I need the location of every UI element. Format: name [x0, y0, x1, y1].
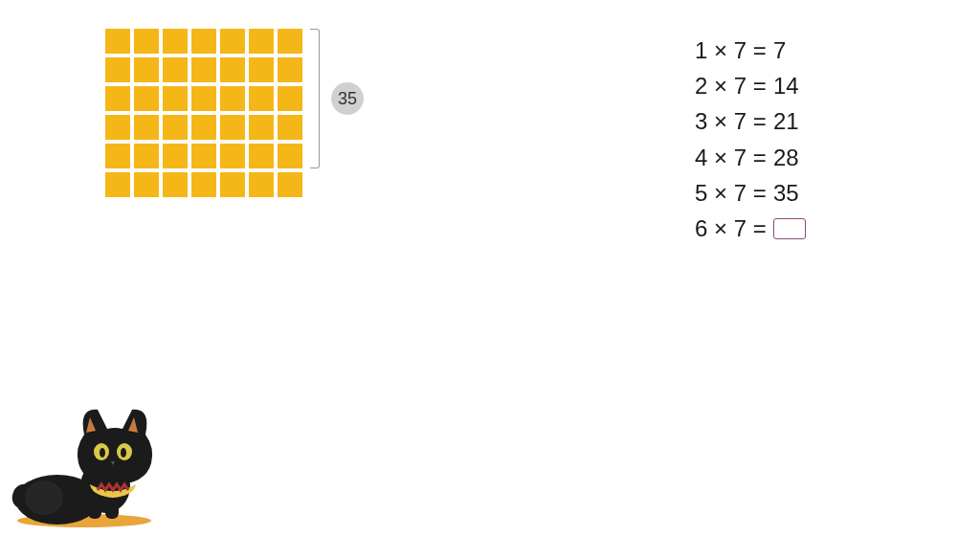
grid-cell [134, 115, 159, 140]
grid-cell [249, 144, 274, 168]
equation-rhs: 7 [773, 33, 786, 68]
bracket-count-badge: 35 [331, 82, 364, 115]
grid-cell [278, 172, 302, 197]
grid-cell [134, 29, 159, 54]
equation-rhs: 28 [773, 140, 799, 175]
equation-rhs: 14 [773, 68, 799, 103]
grid-cell [249, 57, 274, 82]
grid-cell [191, 115, 216, 140]
equation-row: 2 × 7 =14 [695, 68, 806, 103]
grid-cell [278, 144, 302, 168]
grid-cell [105, 57, 130, 82]
grid-cell [134, 144, 159, 168]
equation-rhs: 35 [773, 175, 799, 211]
grid-cell [220, 172, 245, 197]
grid-cell [134, 172, 159, 197]
equation-row: 5 × 7 =35 [695, 175, 806, 211]
equation-lhs: 6 × 7 = [695, 211, 767, 246]
grid-cell [191, 29, 216, 54]
grid-cell [163, 57, 188, 82]
grid-cell [191, 57, 216, 82]
grid-cell [249, 29, 274, 54]
grid-cell [249, 115, 274, 140]
grid-cell [134, 86, 159, 111]
equation-lhs: 1 × 7 = [695, 33, 767, 68]
grid-cell [220, 86, 245, 111]
grid-cell [249, 172, 274, 197]
grid-cell [191, 172, 216, 197]
grid-cell [191, 86, 216, 111]
equation-row: 3 × 7 =21 [695, 103, 806, 139]
equation-rhs: 21 [773, 103, 799, 139]
grid-cell [220, 115, 245, 140]
grid-cell [278, 86, 302, 111]
grid-cell [105, 144, 130, 168]
grid-cell [191, 144, 216, 168]
grid-cell [249, 86, 274, 111]
equation-lhs: 4 × 7 = [695, 140, 767, 175]
row-bracket [310, 29, 320, 168]
grid-cell [220, 29, 245, 54]
equation-row: 6 × 7 = [695, 211, 806, 246]
grid-cell [220, 57, 245, 82]
square-grid [105, 29, 302, 197]
grid-cell [105, 86, 130, 111]
grid-cell [163, 86, 188, 111]
equation-lhs: 2 × 7 = [695, 68, 767, 103]
svg-point-9 [121, 448, 126, 458]
grid-cell [220, 144, 245, 168]
grid-cell [105, 29, 130, 54]
svg-point-8 [100, 448, 105, 458]
grid-cell [278, 115, 302, 140]
grid-cell [163, 144, 188, 168]
answer-input[interactable] [773, 218, 806, 239]
cat-mascot [10, 404, 163, 528]
array-model: 35 [105, 29, 364, 197]
svg-point-2 [25, 480, 63, 515]
grid-cell [105, 172, 130, 197]
grid-cell [163, 115, 188, 140]
grid-cell [278, 57, 302, 82]
equation-lhs: 5 × 7 = [695, 175, 767, 211]
equation-lhs: 3 × 7 = [695, 103, 767, 139]
grid-cell [278, 29, 302, 54]
equation-list: 1 × 7 =72 × 7 =143 × 7 =214 × 7 =285 × 7… [695, 33, 806, 246]
grid-cell [134, 57, 159, 82]
grid-cell [105, 115, 130, 140]
grid-cell [163, 29, 188, 54]
grid-cell [163, 172, 188, 197]
equation-row: 1 × 7 =7 [695, 33, 806, 68]
equation-row: 4 × 7 =28 [695, 140, 806, 175]
